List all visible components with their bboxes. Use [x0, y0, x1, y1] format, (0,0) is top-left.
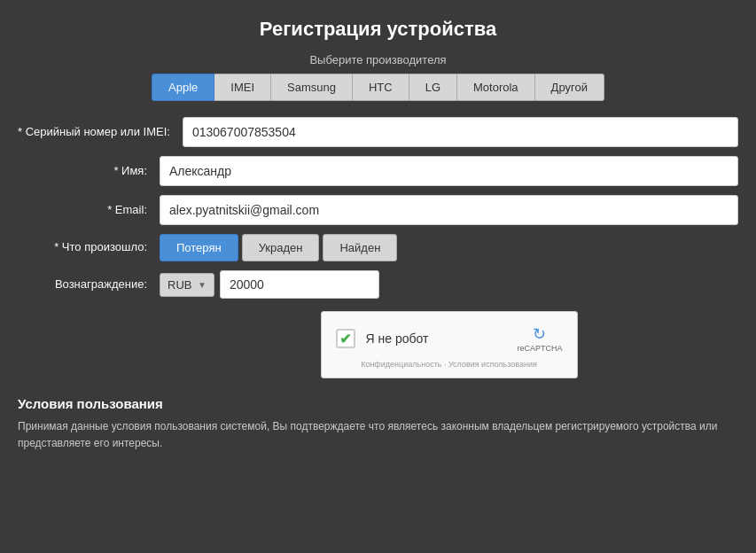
- recaptcha-icon: ↻: [533, 324, 546, 344]
- manufacturer-tabs: Apple IMEI Samsung HTC LG Motorola Друго…: [18, 74, 738, 101]
- status-lost[interactable]: Потерян: [160, 234, 238, 261]
- form: * Серийный номер или IMEI: * Имя: * Emai…: [18, 117, 738, 378]
- status-label: * Что произошло:: [18, 239, 160, 255]
- email-row: * Email:: [18, 195, 738, 225]
- tab-apple[interactable]: Apple: [152, 74, 214, 101]
- reward-input[interactable]: [220, 270, 379, 299]
- reward-row: Вознаграждение: RUB USD EUR ▼: [18, 270, 738, 299]
- status-row: * Что произошло: Потерян Украден Найден: [18, 234, 738, 261]
- checkmark-icon: ✔: [339, 331, 351, 347]
- captcha-checkbox[interactable]: ✔: [336, 329, 355, 348]
- tab-motorola[interactable]: Motorola: [457, 74, 535, 101]
- email-input[interactable]: [160, 195, 738, 225]
- captcha-box: ✔ Я не робот ↻ reCAPTCHA Конфиденциально…: [321, 311, 578, 378]
- chevron-down-icon: ▼: [198, 280, 207, 290]
- captcha-label: Я не робот: [366, 331, 518, 346]
- name-row: * Имя:: [18, 156, 738, 186]
- currency-select[interactable]: RUB USD EUR: [168, 278, 196, 292]
- tab-samsung[interactable]: Samsung: [271, 74, 353, 101]
- page-title: Регистрация устройства: [18, 9, 738, 41]
- status-buttons: Потерян Украден Найден: [160, 234, 397, 261]
- tab-htc[interactable]: HTC: [353, 74, 409, 101]
- captcha-logo: ↻ reCAPTCHA: [517, 324, 562, 353]
- tab-lg[interactable]: LG: [409, 74, 457, 101]
- currency-select-wrapper[interactable]: RUB USD EUR ▼: [160, 273, 214, 297]
- reward-label: Вознаграждение:: [18, 276, 160, 292]
- manufacturer-label: Выберите производителя: [18, 53, 738, 66]
- reward-inputs: RUB USD EUR ▼: [160, 270, 379, 299]
- tab-other[interactable]: Другой: [535, 74, 604, 101]
- terms-title: Условия пользования: [18, 396, 738, 411]
- tab-imei[interactable]: IMEI: [214, 74, 271, 101]
- name-label: * Имя:: [18, 163, 160, 179]
- captcha-row: ✔ Я не робот ↻ reCAPTCHA Конфиденциально…: [160, 311, 738, 378]
- serial-label: * Серийный номер или IMEI:: [18, 124, 183, 140]
- terms-text: Принимая данные условия пользования сист…: [18, 418, 738, 452]
- name-input[interactable]: [160, 156, 738, 186]
- recaptcha-brand: reCAPTCHA: [517, 344, 562, 353]
- status-found[interactable]: Найден: [323, 234, 397, 261]
- serial-input[interactable]: [183, 117, 738, 147]
- status-stolen[interactable]: Украден: [242, 234, 320, 261]
- serial-row: * Серийный номер или IMEI:: [18, 117, 738, 147]
- terms-section: Условия пользования Принимая данные усло…: [18, 384, 738, 457]
- email-label: * Email:: [18, 202, 160, 218]
- captcha-top: ✔ Я не робот ↻ reCAPTCHA: [336, 324, 563, 353]
- captcha-footer: Конфиденциальность · Условия использован…: [336, 360, 563, 369]
